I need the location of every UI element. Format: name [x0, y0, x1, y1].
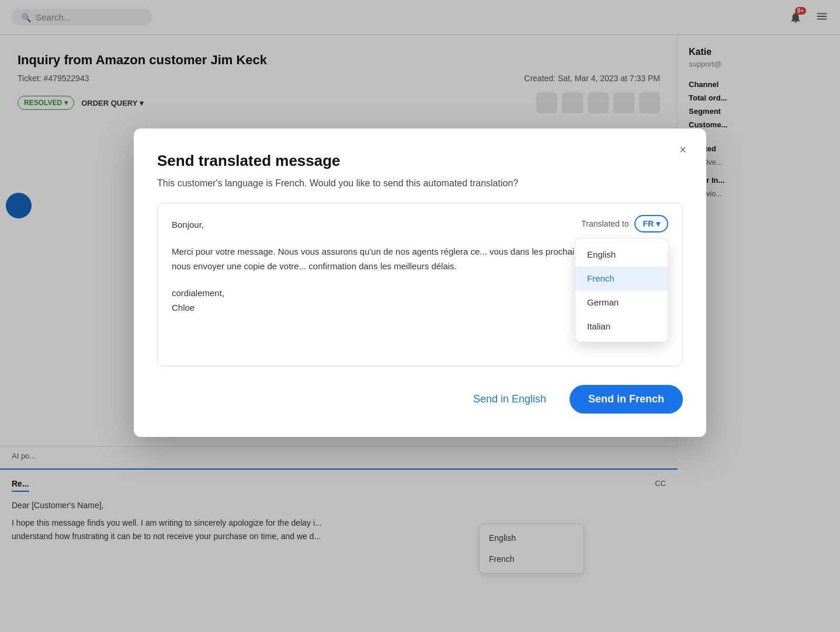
modal-close-button[interactable]: ×	[674, 140, 692, 159]
lang-italian[interactable]: Italian	[575, 314, 668, 338]
translate-modal: × Send translated message This customer'…	[134, 129, 706, 437]
translated-to-label: Translated to	[581, 219, 629, 228]
modal-title: Send translated message	[157, 152, 683, 170]
modal-buttons: Send in English Send in French	[157, 385, 683, 414]
send-in-english-button[interactable]: Send in English	[461, 387, 558, 411]
translated-to-section: Translated to FR ▾	[581, 215, 668, 232]
lang-french[interactable]: French	[575, 266, 668, 290]
send-in-french-button[interactable]: Send in French	[570, 385, 683, 414]
modal-subtitle: This customer's language is French. Woul…	[157, 178, 683, 189]
lang-english[interactable]: English	[575, 242, 668, 266]
fr-dropdown-button[interactable]: FR ▾	[634, 215, 668, 232]
language-dropdown: English French German Italian	[575, 238, 668, 342]
lang-german[interactable]: German	[575, 290, 668, 314]
message-box: Translated to FR ▾ Bonjour, Merci pour v…	[157, 203, 683, 366]
